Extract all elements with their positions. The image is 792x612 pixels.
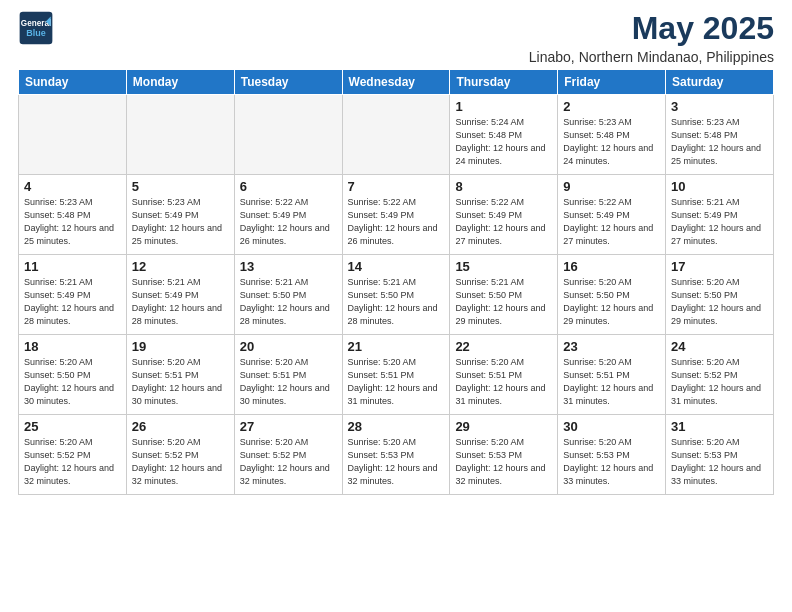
day-info: Sunrise: 5:20 AMSunset: 5:52 PMDaylight:… [240,436,337,488]
calendar-cell: 1Sunrise: 5:24 AMSunset: 5:48 PMDaylight… [450,95,558,175]
calendar-cell: 27Sunrise: 5:20 AMSunset: 5:52 PMDayligh… [234,415,342,495]
day-number: 25 [24,419,121,434]
day-info: Sunrise: 5:20 AMSunset: 5:52 PMDaylight:… [671,356,768,408]
calendar-table: SundayMondayTuesdayWednesdayThursdayFrid… [18,69,774,495]
col-header-saturday: Saturday [666,70,774,95]
calendar-cell: 31Sunrise: 5:20 AMSunset: 5:53 PMDayligh… [666,415,774,495]
calendar-cell: 16Sunrise: 5:20 AMSunset: 5:50 PMDayligh… [558,255,666,335]
day-number: 6 [240,179,337,194]
day-number: 7 [348,179,445,194]
day-number: 11 [24,259,121,274]
day-info: Sunrise: 5:23 AMSunset: 5:48 PMDaylight:… [24,196,121,248]
day-number: 16 [563,259,660,274]
day-number: 23 [563,339,660,354]
day-number: 14 [348,259,445,274]
day-info: Sunrise: 5:20 AMSunset: 5:51 PMDaylight:… [455,356,552,408]
calendar-cell: 23Sunrise: 5:20 AMSunset: 5:51 PMDayligh… [558,335,666,415]
day-info: Sunrise: 5:21 AMSunset: 5:50 PMDaylight:… [348,276,445,328]
day-number: 19 [132,339,229,354]
calendar-cell: 12Sunrise: 5:21 AMSunset: 5:49 PMDayligh… [126,255,234,335]
day-info: Sunrise: 5:20 AMSunset: 5:51 PMDaylight:… [132,356,229,408]
day-number: 21 [348,339,445,354]
col-header-wednesday: Wednesday [342,70,450,95]
calendar-cell: 28Sunrise: 5:20 AMSunset: 5:53 PMDayligh… [342,415,450,495]
calendar-cell: 15Sunrise: 5:21 AMSunset: 5:50 PMDayligh… [450,255,558,335]
day-info: Sunrise: 5:22 AMSunset: 5:49 PMDaylight:… [563,196,660,248]
calendar-cell [19,95,127,175]
calendar-cell: 3Sunrise: 5:23 AMSunset: 5:48 PMDaylight… [666,95,774,175]
day-info: Sunrise: 5:22 AMSunset: 5:49 PMDaylight:… [348,196,445,248]
main-title: May 2025 [529,10,774,47]
col-header-monday: Monday [126,70,234,95]
calendar-cell: 24Sunrise: 5:20 AMSunset: 5:52 PMDayligh… [666,335,774,415]
day-number: 9 [563,179,660,194]
day-info: Sunrise: 5:24 AMSunset: 5:48 PMDaylight:… [455,116,552,168]
day-info: Sunrise: 5:20 AMSunset: 5:53 PMDaylight:… [348,436,445,488]
day-info: Sunrise: 5:20 AMSunset: 5:50 PMDaylight:… [24,356,121,408]
logo: General Blue [18,10,54,46]
day-number: 29 [455,419,552,434]
calendar-week-4: 18Sunrise: 5:20 AMSunset: 5:50 PMDayligh… [19,335,774,415]
day-number: 1 [455,99,552,114]
day-info: Sunrise: 5:20 AMSunset: 5:51 PMDaylight:… [348,356,445,408]
calendar-cell: 11Sunrise: 5:21 AMSunset: 5:49 PMDayligh… [19,255,127,335]
day-info: Sunrise: 5:20 AMSunset: 5:51 PMDaylight:… [563,356,660,408]
day-number: 31 [671,419,768,434]
day-number: 10 [671,179,768,194]
day-info: Sunrise: 5:20 AMSunset: 5:52 PMDaylight:… [132,436,229,488]
day-number: 20 [240,339,337,354]
calendar-week-1: 1Sunrise: 5:24 AMSunset: 5:48 PMDaylight… [19,95,774,175]
day-number: 17 [671,259,768,274]
day-info: Sunrise: 5:20 AMSunset: 5:51 PMDaylight:… [240,356,337,408]
calendar-cell: 7Sunrise: 5:22 AMSunset: 5:49 PMDaylight… [342,175,450,255]
day-info: Sunrise: 5:23 AMSunset: 5:48 PMDaylight:… [563,116,660,168]
day-number: 28 [348,419,445,434]
day-info: Sunrise: 5:22 AMSunset: 5:49 PMDaylight:… [240,196,337,248]
subtitle: Linabo, Northern Mindanao, Philippines [529,49,774,65]
logo-icon: General Blue [18,10,54,46]
calendar-cell: 8Sunrise: 5:22 AMSunset: 5:49 PMDaylight… [450,175,558,255]
day-info: Sunrise: 5:23 AMSunset: 5:49 PMDaylight:… [132,196,229,248]
calendar-cell [342,95,450,175]
day-number: 12 [132,259,229,274]
day-info: Sunrise: 5:20 AMSunset: 5:53 PMDaylight:… [671,436,768,488]
calendar-cell: 26Sunrise: 5:20 AMSunset: 5:52 PMDayligh… [126,415,234,495]
day-info: Sunrise: 5:20 AMSunset: 5:50 PMDaylight:… [671,276,768,328]
svg-text:Blue: Blue [26,28,46,38]
day-number: 8 [455,179,552,194]
day-number: 24 [671,339,768,354]
col-header-sunday: Sunday [19,70,127,95]
page: General Blue May 2025 Linabo, Northern M… [0,0,792,612]
title-block: May 2025 Linabo, Northern Mindanao, Phil… [529,10,774,65]
col-header-tuesday: Tuesday [234,70,342,95]
day-info: Sunrise: 5:20 AMSunset: 5:50 PMDaylight:… [563,276,660,328]
day-info: Sunrise: 5:21 AMSunset: 5:49 PMDaylight:… [24,276,121,328]
day-number: 22 [455,339,552,354]
calendar-cell: 30Sunrise: 5:20 AMSunset: 5:53 PMDayligh… [558,415,666,495]
calendar-cell: 4Sunrise: 5:23 AMSunset: 5:48 PMDaylight… [19,175,127,255]
day-info: Sunrise: 5:20 AMSunset: 5:53 PMDaylight:… [455,436,552,488]
calendar-cell: 19Sunrise: 5:20 AMSunset: 5:51 PMDayligh… [126,335,234,415]
day-number: 30 [563,419,660,434]
calendar-cell: 21Sunrise: 5:20 AMSunset: 5:51 PMDayligh… [342,335,450,415]
day-info: Sunrise: 5:21 AMSunset: 5:49 PMDaylight:… [132,276,229,328]
day-info: Sunrise: 5:20 AMSunset: 5:53 PMDaylight:… [563,436,660,488]
day-number: 13 [240,259,337,274]
day-number: 5 [132,179,229,194]
day-number: 4 [24,179,121,194]
calendar-cell: 29Sunrise: 5:20 AMSunset: 5:53 PMDayligh… [450,415,558,495]
day-number: 15 [455,259,552,274]
day-number: 2 [563,99,660,114]
day-info: Sunrise: 5:22 AMSunset: 5:49 PMDaylight:… [455,196,552,248]
calendar-cell: 9Sunrise: 5:22 AMSunset: 5:49 PMDaylight… [558,175,666,255]
day-number: 27 [240,419,337,434]
header: General Blue May 2025 Linabo, Northern M… [18,10,774,65]
calendar-cell: 14Sunrise: 5:21 AMSunset: 5:50 PMDayligh… [342,255,450,335]
calendar-cell: 13Sunrise: 5:21 AMSunset: 5:50 PMDayligh… [234,255,342,335]
col-header-friday: Friday [558,70,666,95]
col-header-thursday: Thursday [450,70,558,95]
calendar-week-5: 25Sunrise: 5:20 AMSunset: 5:52 PMDayligh… [19,415,774,495]
calendar-header-row: SundayMondayTuesdayWednesdayThursdayFrid… [19,70,774,95]
calendar-week-2: 4Sunrise: 5:23 AMSunset: 5:48 PMDaylight… [19,175,774,255]
day-number: 26 [132,419,229,434]
